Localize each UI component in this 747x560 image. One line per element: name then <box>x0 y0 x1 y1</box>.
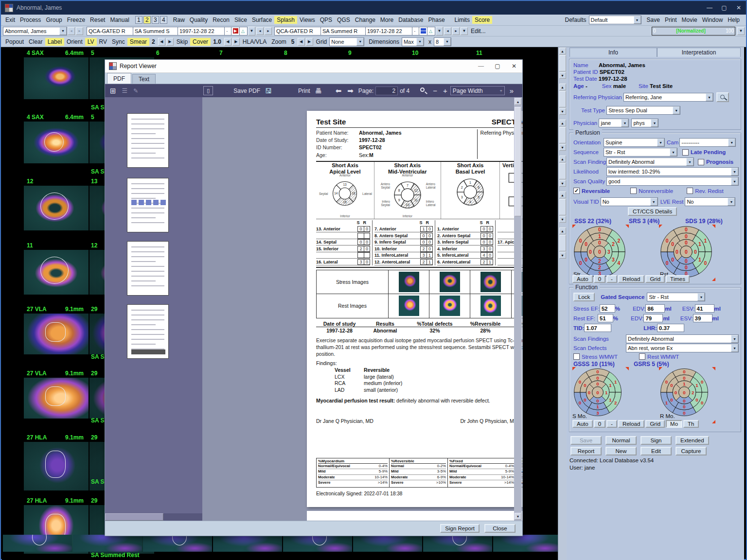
more-tools-icon[interactable]: » <box>510 87 514 95</box>
polar-map-stress[interactable]: 02430012320003200 <box>572 225 629 281</box>
menu-item-manual[interactable]: Manual <box>107 16 131 24</box>
scroll-arrow-icon[interactable]: ▼ <box>559 108 566 115</box>
prev-dataset-icon[interactable]: ◂ <box>256 27 264 35</box>
tool-rv[interactable]: RV <box>97 38 109 46</box>
page-thumbnail-3[interactable] <box>127 241 169 296</box>
minimize-icon[interactable]: — <box>702 1 717 15</box>
scan-defects-select[interactable]: Abn rest, worse Ex▼ <box>626 344 739 352</box>
tool-skip[interactable]: Skip <box>174 38 190 46</box>
menu-item-freeze[interactable]: Freeze <box>65 16 88 24</box>
page-select-3[interactable]: 3 <box>152 16 159 24</box>
print-button[interactable]: Print <box>298 88 310 94</box>
spect-slice-image[interactable] <box>24 442 89 490</box>
next-dataset-icon[interactable]: ▸ <box>265 27 272 35</box>
scroll-thumb[interactable] <box>515 107 521 216</box>
spect-slice-image[interactable] <box>24 57 89 99</box>
viewer-close-icon[interactable]: ✕ <box>506 60 522 72</box>
chevron-down-icon[interactable]: ▼ <box>248 27 255 35</box>
late-pending-checkbox[interactable] <box>682 149 689 156</box>
chevron-down-icon[interactable]: ▼ <box>697 293 705 301</box>
tab-interpretation[interactable]: Interpretation <box>657 48 741 57</box>
prev-page-icon[interactable]: ⬅ <box>336 87 342 95</box>
lve-rest-select[interactable]: No▼ <box>685 197 735 206</box>
close-icon[interactable]: ✕ <box>731 1 746 15</box>
tool-dimensions[interactable]: Dimensions <box>366 38 402 46</box>
tool-grid[interactable]: Grid <box>314 38 330 46</box>
thumbnail-grid-icon[interactable]: ⊞ <box>110 87 116 95</box>
menu-item-movie[interactable]: Movie <box>679 16 700 24</box>
close-button[interactable]: Close <box>484 524 516 533</box>
physician-last-select[interactable]: phys▼ <box>631 119 658 127</box>
visual-tid-select[interactable]: No▼ <box>601 197 658 206</box>
score-tool-grid[interactable]: Grid <box>645 275 665 283</box>
scroll-arrow-icon[interactable]: ▲ <box>559 192 566 198</box>
chevron-down-icon[interactable]: ▼ <box>731 177 738 185</box>
colormap-select-icon[interactable]: ▼ <box>737 27 745 35</box>
tool-clear[interactable]: Clear <box>26 38 45 46</box>
tool-select-none[interactable]: None▼ <box>329 37 364 46</box>
tool-orient[interactable]: Orient <box>64 38 85 46</box>
chevron-down-icon[interactable]: ▼ <box>731 335 738 343</box>
stress-wmwt-checkbox[interactable] <box>573 353 580 360</box>
scrollbar-thumb[interactable] <box>559 91 566 107</box>
rev-redist-checkbox[interactable] <box>687 188 693 194</box>
report-viewer-title-bar[interactable]: Report Viewer — ▢ ✕ <box>105 60 522 73</box>
fn-scan-findings-select[interactable]: Definitely Abnormal▼ <box>626 334 739 343</box>
menu-item-change[interactable]: Change <box>353 16 378 24</box>
chevron-down-icon[interactable]: ▼ <box>686 158 694 166</box>
menu-item-database[interactable]: Database <box>396 16 426 24</box>
prev-patient-icon[interactable]: ◂ <box>68 27 75 35</box>
rest-ef-field[interactable]: 51 <box>598 314 613 322</box>
spect-slice-image[interactable] <box>73 535 142 552</box>
slice-scrollbar-column[interactable]: ▲▼▲▼▲▼▲▼▲▼▲▼ <box>558 47 567 560</box>
tool-cover[interactable]: Cover <box>190 38 211 46</box>
scan-quality-select[interactable]: good▼ <box>606 177 739 186</box>
tool-sync[interactable]: Sync <box>109 38 127 46</box>
dataset-field[interactable]: SA Summed S <box>133 27 178 35</box>
chevron-down-icon[interactable]: ▼ <box>634 16 641 24</box>
spect-slice-image[interactable] <box>423 535 492 552</box>
dataset-field[interactable]: SA Summed R <box>321 27 366 35</box>
reversible-checkbox[interactable]: ✓ <box>573 188 580 194</box>
scroll-arrow-icon[interactable]: ▲ <box>559 48 566 54</box>
menu-item-limits[interactable]: Limits <box>452 16 472 24</box>
referring-physician-select[interactable]: Referring, Jane▼ <box>623 93 713 102</box>
menu-item-save[interactable]: Save <box>644 16 662 24</box>
sequence-select[interactable]: Str - Rst▼ <box>604 148 677 157</box>
page-thumbnail-1[interactable] <box>127 113 169 168</box>
score-tool-reload[interactable]: Reload <box>618 275 644 283</box>
spect-slice-image[interactable] <box>143 535 212 552</box>
chevron-down-icon[interactable]: ▼ <box>436 27 443 35</box>
spect-slice-image[interactable] <box>213 535 282 552</box>
sidebar-toggle-icon[interactable]: ▯ <box>203 86 213 95</box>
spect-slice-image[interactable] <box>283 535 352 552</box>
zoom-in-icon[interactable]: + <box>443 87 447 95</box>
chevron-down-icon[interactable]: ▼ <box>731 168 738 175</box>
chevron-down-icon[interactable]: ▼ <box>416 38 424 46</box>
menu-item-help[interactable]: Help <box>725 16 742 24</box>
tab-text[interactable]: Text <box>132 74 156 84</box>
scroll-arrow-icon[interactable]: ▼ <box>559 216 566 223</box>
action-report[interactable]: Report <box>570 447 602 455</box>
document-scrollbar[interactable]: ▲ ▼ <box>514 97 522 521</box>
motion-tool--[interactable]: - <box>606 420 617 428</box>
action-extended[interactable]: Extended <box>676 436 709 445</box>
lhr-field[interactable]: 0.37 <box>657 324 684 332</box>
scroll-arrow-icon[interactable]: ▲ <box>559 228 566 234</box>
spect-slice-image[interactable] <box>493 535 558 552</box>
step-right-icon[interactable]: ▶ <box>306 38 313 46</box>
chevron-down-icon[interactable]: ▼ <box>657 139 664 146</box>
action-edit[interactable]: Edit <box>640 447 672 455</box>
menu-item-recon[interactable]: Recon <box>210 16 232 24</box>
colormap-bar[interactable]: 0 [Normalized] 100 <box>652 27 735 35</box>
outline-list-icon[interactable]: ☰ <box>122 87 128 94</box>
search-physician-button[interactable] <box>716 92 729 102</box>
defaults-select[interactable]: Default ▼ <box>589 16 641 24</box>
menu-item-group[interactable]: Group <box>43 16 64 24</box>
chevron-down-icon[interactable]: ▼ <box>621 119 628 127</box>
chevron-down-icon[interactable]: ▼ <box>444 38 451 46</box>
chevron-down-icon[interactable]: ▼ <box>673 106 680 114</box>
likelihood-select[interactable]: low intermed: 10-29%▼ <box>606 167 739 176</box>
stress-ef-field[interactable]: 52 <box>600 304 615 313</box>
scrollbar-thumb[interactable] <box>559 199 566 215</box>
